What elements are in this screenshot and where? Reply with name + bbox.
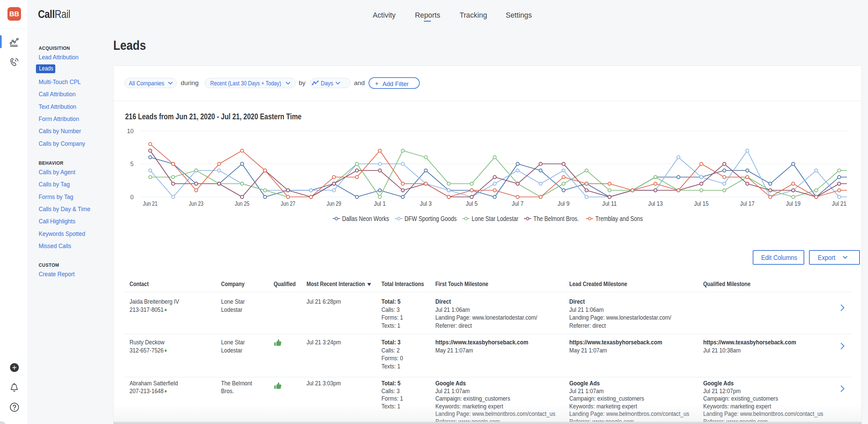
svg-text:0: 0 bbox=[130, 194, 134, 201]
svg-text:Jul 13: Jul 13 bbox=[648, 200, 663, 207]
svg-text:Jul 1: Jul 1 bbox=[374, 200, 386, 207]
svg-text:Jul 17: Jul 17 bbox=[740, 200, 755, 207]
svg-text:Jun 23: Jun 23 bbox=[189, 200, 203, 207]
svg-text:Jun 21: Jun 21 bbox=[143, 200, 158, 207]
svg-text:Jul 7: Jul 7 bbox=[512, 200, 524, 207]
svg-text:Jun 25: Jun 25 bbox=[235, 200, 249, 207]
svg-text:Jun 27: Jun 27 bbox=[281, 200, 295, 207]
svg-text:Jul 21: Jul 21 bbox=[832, 200, 846, 207]
svg-text:Jul 9: Jul 9 bbox=[558, 200, 570, 207]
svg-text:Jun 29: Jun 29 bbox=[327, 200, 341, 207]
svg-text:Jul 3: Jul 3 bbox=[420, 200, 432, 207]
svg-text:Jul 11: Jul 11 bbox=[602, 200, 617, 207]
svg-text:Jul 19: Jul 19 bbox=[786, 200, 801, 207]
svg-text:Jul 15: Jul 15 bbox=[694, 200, 709, 207]
svg-text:Jul 5: Jul 5 bbox=[466, 200, 478, 207]
svg-text:10: 10 bbox=[127, 128, 134, 135]
svg-text:5: 5 bbox=[130, 161, 134, 167]
